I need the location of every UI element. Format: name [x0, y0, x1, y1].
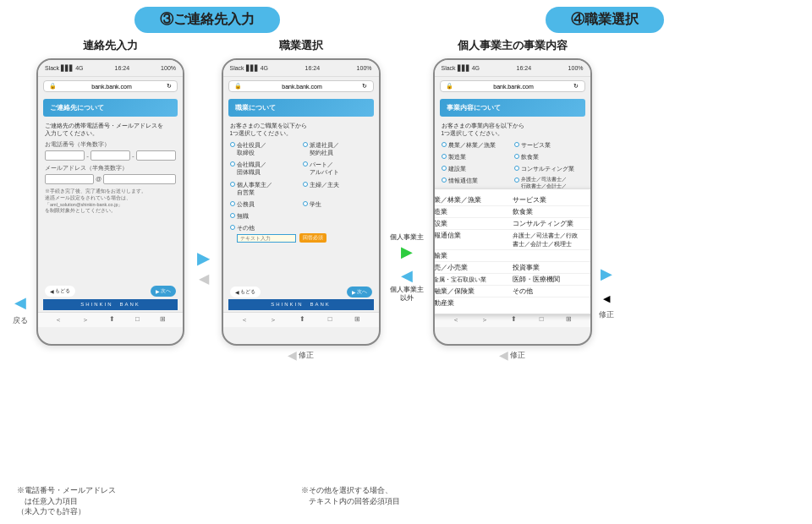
url-middle: bank.bank.com [282, 84, 321, 90]
back-button-middle[interactable]: ◀ もどる [230, 287, 261, 297]
option-unemployed[interactable]: 無職 [230, 212, 299, 220]
phone-input-row: - - [45, 150, 176, 161]
option-service[interactable]: サービス業 [514, 141, 584, 149]
main-container: ③ご連絡先入力 ④職業選択 ◀ 戻る 連絡先入力 [0, 0, 812, 524]
section-title-left: 連絡先入力 [83, 38, 138, 53]
nav-bookmark-r[interactable]: □ [540, 315, 544, 325]
next-icon: ▶ [156, 288, 160, 294]
phone-input-2[interactable] [91, 150, 130, 161]
job-options: 会社役員／取締役 派遣社員／契約社員 会社職員／団体職員 [230, 139, 372, 243]
right-arrow-outer[interactable]: ▶ [601, 265, 612, 283]
option-housewife[interactable]: 主婦／主夫 [303, 181, 372, 196]
nav-share-r[interactable]: ⬆ [511, 315, 517, 325]
network-m: 4G [261, 65, 268, 71]
other-text-input[interactable] [237, 234, 296, 243]
nav-tabs-r[interactable]: ⊞ [566, 315, 572, 325]
url-bar-right[interactable]: 🔒 bank.bank.com ↻ [440, 80, 585, 92]
back-label: 戻る [13, 315, 28, 326]
dd-row2-col2[interactable]: 飲食業 [513, 208, 591, 216]
email-input-1[interactable] [45, 174, 94, 184]
option-company-staff[interactable]: 会社職員／団体職員 [230, 161, 299, 176]
nav-tabs[interactable]: ⊞ [160, 315, 166, 325]
correction-label-right: 修正 [510, 350, 525, 361]
nav-back-m[interactable]: ＜ [241, 315, 248, 325]
option-dispatch[interactable]: 派遣社員／契約社員 [303, 141, 372, 156]
phone-section-left: 連絡先入力 Slack ▋▋▋ 4G 16:24 100% [32, 38, 189, 480]
nav-share-m[interactable]: ⬆ [299, 315, 305, 325]
dd-row6-col2[interactable]: 投資事業 [513, 264, 591, 272]
app-name-m: Slack [230, 65, 244, 71]
option-civil-servant[interactable]: 公務員 [230, 200, 299, 208]
nav-forward-r[interactable]: ＞ [481, 315, 488, 325]
nav-forward-m[interactable]: ＞ [270, 315, 277, 325]
nav-bookmark[interactable]: □ [135, 315, 140, 325]
option-student[interactable]: 学生 [303, 200, 372, 208]
dd-row7-col1[interactable]: 貴金属・宝石取扱い業 [433, 276, 507, 284]
dd-row5-col1[interactable]: 運輸業 [433, 252, 507, 260]
back-arrow-icon: ◀ [50, 288, 54, 294]
refresh-icon[interactable]: ↻ [167, 83, 172, 90]
back-button-left[interactable]: ◀ もどる [45, 286, 75, 297]
dd-row2-col1[interactable]: 製造業 [433, 208, 507, 216]
option-other[interactable]: その他 回答必須 [230, 222, 372, 243]
dd-row1-col2[interactable]: サービス業 [513, 196, 591, 205]
shinkin-bar-middle: SHINKIN BANK [228, 299, 374, 310]
option-food[interactable]: 飲食業 [514, 153, 584, 161]
right-arrow-return[interactable]: ◀ [603, 293, 610, 304]
dd-row4-col1[interactable]: 情報通信業 [433, 232, 507, 248]
body-text-right: お客さまの事業内容を以下から1つ選択してください。 [442, 122, 584, 137]
phone-body-left: ご連絡先の携帯電話番号・メールアドレスを入力してください。 お電話番号（半角数字… [38, 118, 183, 283]
phone-section-middle: 職業選択 Slack ▋▋▋ 4G 16:24 100% [218, 38, 383, 480]
note-left: ※電話番号・メールアドレス は任意入力項目 （未入力でも許容） [8, 485, 263, 517]
nav-forward[interactable]: ＞ [82, 315, 89, 325]
nav-share[interactable]: ⬆ [109, 315, 115, 325]
option-construction[interactable]: 建設業 [442, 165, 511, 172]
phone-header-middle: 職業について [228, 99, 374, 117]
dd-row4-col2[interactable]: 弁護士／司法書士／行政書士／会計士／税理士 [513, 232, 591, 248]
dd-row9-col2 [513, 299, 591, 308]
url-bar-left[interactable]: 🔒 bank.bank.com ↻ [43, 80, 178, 92]
dd-row6-col1[interactable]: 卸売／小売業 [433, 264, 507, 272]
dd-row3-col1[interactable]: 建設業 [433, 220, 507, 228]
nav-tabs-m[interactable]: ⊞ [354, 315, 360, 325]
required-badge: 回答必須 [299, 233, 326, 242]
dd-row5-col2 [513, 252, 591, 260]
phone-frame-right: Slack ▋▋▋ 4G 16:24 100% 🔒 bank.bank.com [433, 58, 592, 346]
option-agriculture[interactable]: 農業／林業／漁業 [442, 141, 511, 149]
nav-back-r[interactable]: ＜ [453, 315, 459, 325]
step4-badge: ④職業選択 [546, 7, 664, 33]
url-right: bank.bank.com [493, 84, 533, 90]
option-manufacturing[interactable]: 製造業 [442, 153, 511, 161]
next-button-middle[interactable]: ▶ 次へ [347, 287, 372, 297]
nav-bookmark-m[interactable]: □ [328, 315, 332, 325]
dd-row9-col1[interactable]: 不動産業 [433, 299, 507, 308]
refresh-m[interactable]: ↻ [362, 83, 367, 90]
dd-row7-col2[interactable]: 医師・医療機関 [513, 276, 591, 284]
option-company-exec[interactable]: 会社役員／取締役 [230, 141, 299, 156]
dd-row8-col2[interactable]: その他 [513, 287, 591, 296]
option-parttime[interactable]: パート／アルバイト [303, 161, 372, 176]
dd-row3-col2[interactable]: コンサルティング業 [513, 220, 591, 228]
url-bar-middle[interactable]: 🔒 bank.bank.com ↻ [228, 80, 374, 92]
refresh-r[interactable]: ↻ [573, 83, 579, 90]
dd-row1-col1[interactable]: 農業／林業／漁業 [433, 196, 507, 205]
dd-row8-col1[interactable]: 金融業／保険業 [433, 287, 507, 296]
phone-nav-middle: ＜ ＞ ⬆ □ ⊞ [223, 312, 379, 327]
next-button-left[interactable]: ▶ 次へ [151, 286, 176, 297]
option-consulting[interactable]: コンサルティング業 [514, 165, 584, 172]
option-self-employed[interactable]: 個人事業主／自営業 [230, 181, 299, 196]
email-input-2[interactable] [103, 174, 176, 184]
right-side-area: ▶ ◀ 修正 [595, 38, 618, 480]
phone-field-label: お電話番号（半角数字） [45, 140, 176, 148]
phone-input-3[interactable] [136, 150, 176, 161]
left-arrow-icon[interactable]: ◀ [14, 293, 26, 312]
body-text-left: ご連絡先の携帯電話番号・メールアドレスを入力してください。 [45, 122, 176, 137]
right-correction: 修正 [599, 309, 614, 320]
nav-back[interactable]: ＜ [55, 315, 62, 325]
battery-right: 100% [568, 65, 584, 71]
phone-input-1[interactable] [45, 150, 85, 161]
blue-left-arrow: ◀ [401, 266, 413, 285]
battery-left: 100% [161, 65, 176, 71]
status-bar-right: Slack ▋▋▋ 4G 16:24 100% [435, 60, 590, 77]
phone-frame-middle: Slack ▋▋▋ 4G 16:24 100% 🔒 bank.bank.com [222, 58, 381, 346]
